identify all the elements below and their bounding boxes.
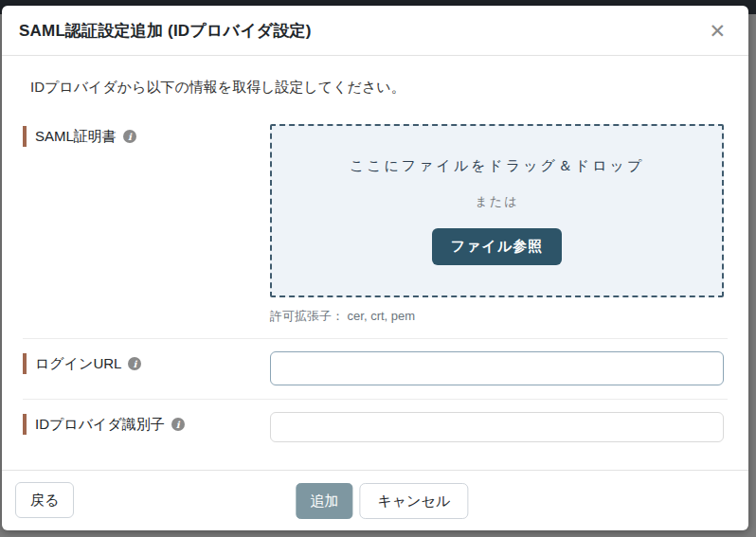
- login-url-info-icon[interactable]: i: [128, 357, 141, 370]
- certificate-label-text: SAML証明書: [35, 128, 117, 146]
- cancel-button[interactable]: キャンセル: [359, 483, 468, 519]
- idp-identifier-label-text: IDプロバイダ識別子: [35, 416, 165, 434]
- form-row-certificate: SAML証明書 i ここにファイルをドラッグ＆ドロップ または ファイル参照 許…: [23, 112, 728, 338]
- dropzone-drag-text: ここにファイルをドラッグ＆ドロップ: [350, 157, 645, 175]
- close-icon[interactable]: ✕: [703, 21, 731, 41]
- saml-settings-dialog: SAML認証設定追加 (IDプロバイダ設定) ✕ IDプロバイダから以下の情報を…: [2, 6, 748, 530]
- form-row-idp-identifier: IDプロバイダ識別子 i: [23, 399, 728, 456]
- file-browse-button[interactable]: ファイル参照: [432, 228, 562, 265]
- allowed-extensions-note: 許可拡張子： cer, crt, pem: [270, 308, 724, 325]
- idp-identifier-input[interactable]: [270, 412, 724, 442]
- certificate-field: ここにファイルをドラッグ＆ドロップ または ファイル参照 許可拡張子： cer,…: [270, 124, 728, 325]
- idp-identifier-label: IDプロバイダ識別子 i: [23, 414, 270, 435]
- dialog-footer: 戻る 追加 キャンセル: [2, 470, 748, 530]
- login-url-label: ログインURL i: [23, 353, 270, 374]
- form-row-login-url: ログインURL i: [23, 338, 728, 399]
- certificate-label: SAML証明書 i: [23, 126, 270, 147]
- idp-identifier-info-icon[interactable]: i: [171, 418, 185, 431]
- idp-identifier-field-wrap: [270, 412, 728, 442]
- dropzone-or-text: または: [476, 193, 519, 210]
- footer-action-group: 追加 キャンセル: [296, 483, 468, 519]
- login-url-label-text: ログインURL: [35, 355, 121, 373]
- dialog-title: SAML認証設定追加 (IDプロバイダ設定): [19, 20, 312, 42]
- dialog-header: SAML認証設定追加 (IDプロバイダ設定) ✕: [2, 6, 748, 56]
- add-button[interactable]: 追加: [296, 483, 352, 519]
- file-dropzone[interactable]: ここにファイルをドラッグ＆ドロップ または ファイル参照: [270, 124, 724, 297]
- dialog-body: IDプロバイダから以下の情報を取得し設定してください。 SAML証明書 i ここ…: [2, 56, 748, 470]
- login-url-input[interactable]: [270, 351, 724, 385]
- certificate-info-icon[interactable]: i: [123, 130, 136, 143]
- back-button[interactable]: 戻る: [15, 482, 74, 518]
- login-url-field-wrap: [270, 351, 728, 385]
- instruction-text: IDプロバイダから以下の情報を取得し設定してください。: [30, 79, 728, 97]
